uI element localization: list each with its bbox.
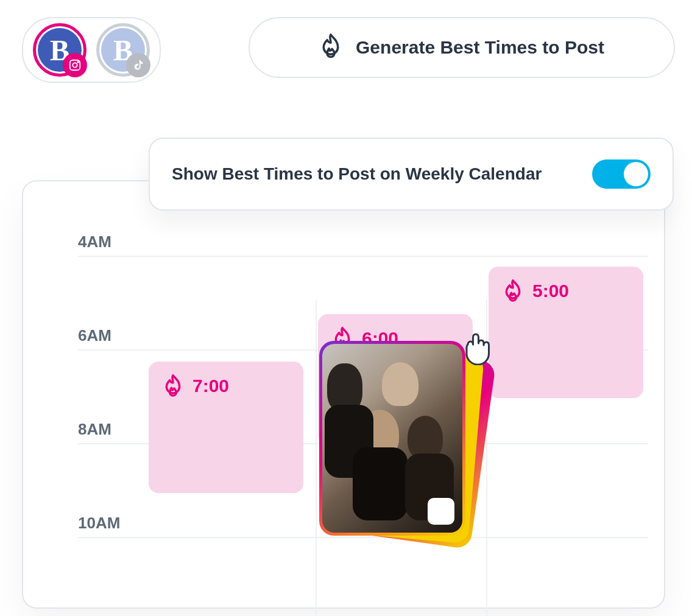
- time-label: 10AM: [78, 514, 120, 533]
- instagram-icon: [63, 53, 87, 77]
- slot-time: 7:00: [192, 374, 229, 398]
- time-label: 6AM: [78, 326, 111, 345]
- account-tiktok[interactable]: B: [96, 23, 150, 77]
- generate-button-label: Generate Best Times to Post: [356, 37, 604, 58]
- toggle-knob: [624, 162, 648, 186]
- time-label: 8AM: [78, 420, 111, 439]
- svg-point-1: [72, 63, 77, 67]
- tiktok-icon: [126, 53, 150, 77]
- flame-icon: [319, 33, 342, 62]
- multi-post-icon: [428, 498, 454, 525]
- grab-cursor-icon: [456, 326, 495, 365]
- flame-icon: [163, 374, 183, 401]
- best-time-slot[interactable]: 5:00: [489, 267, 643, 398]
- show-best-times-toggle[interactable]: [592, 159, 651, 189]
- best-time-slot[interactable]: 7:00: [149, 362, 303, 493]
- show-best-times-toggle-row: Show Best Times to Post on Weekly Calend…: [149, 138, 674, 211]
- toggle-label: Show Best Times to Post on Weekly Calend…: [172, 164, 542, 184]
- generate-best-times-button[interactable]: Generate Best Times to Post: [249, 17, 675, 78]
- account-selector: B B: [22, 17, 161, 83]
- column-divider: [316, 299, 317, 616]
- time-label: 4AM: [78, 233, 111, 251]
- slot-time: 5:00: [532, 279, 569, 303]
- post-card[interactable]: [319, 341, 465, 536]
- grid-line: [78, 256, 648, 257]
- account-instagram[interactable]: B: [33, 23, 86, 77]
- post-card-stack[interactable]: [319, 341, 470, 542]
- svg-point-2: [77, 61, 79, 63]
- flame-icon: [503, 279, 523, 306]
